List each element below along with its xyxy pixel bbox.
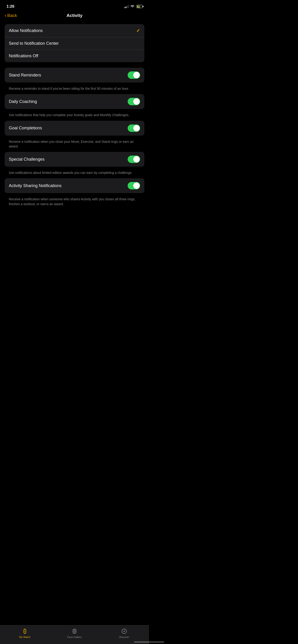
notifications-off-label: Notifications Off	[9, 54, 38, 58]
stand-reminders-toggle-thumb	[133, 72, 140, 78]
allow-notifications-label: Allow Notifications	[9, 28, 43, 33]
stand-reminders-row: Stand Reminders	[5, 68, 144, 82]
battery-icon: 62	[136, 5, 143, 8]
content-area: Allow Notifications ✓ Send to Notificati…	[0, 22, 149, 233]
stand-reminders-toggle[interactable]	[128, 72, 140, 79]
nav-bar: ‹ Back Activity	[0, 12, 149, 22]
daily-coaching-label: Daily Coaching	[9, 99, 37, 104]
daily-coaching-row: Daily Coaching	[5, 94, 144, 109]
activity-sharing-card: Activity Sharing Notifications	[5, 178, 144, 193]
goal-completions-toggle[interactable]	[128, 124, 140, 132]
special-challenges-label: Special Challenges	[9, 157, 45, 162]
special-challenges-toggle[interactable]	[128, 156, 140, 163]
special-challenges-row: Special Challenges	[5, 152, 144, 167]
back-button[interactable]: ‹ Back	[5, 13, 17, 18]
daily-coaching-card: Daily Coaching	[5, 94, 144, 109]
page-title: Activity	[67, 13, 83, 18]
status-time: 1:26	[7, 4, 15, 9]
signal-icon	[124, 5, 129, 8]
stand-reminders-label: Stand Reminders	[9, 73, 41, 78]
allow-notifications-row[interactable]: Allow Notifications ✓	[5, 24, 144, 37]
activity-sharing-row: Activity Sharing Notifications	[5, 178, 144, 193]
status-icons: 62	[124, 5, 143, 8]
goal-completions-card: Goal Completions	[5, 121, 144, 136]
back-label: Back	[7, 13, 17, 18]
allow-notifications-checkmark: ✓	[136, 28, 140, 34]
activity-sharing-label: Activity Sharing Notifications	[9, 183, 62, 188]
activity-sharing-toggle-thumb	[133, 182, 140, 189]
send-to-notification-center-label: Send to Notification Center	[9, 41, 59, 46]
daily-coaching-toggle-thumb	[133, 98, 140, 105]
status-bar: 1:26 62	[0, 0, 149, 12]
send-to-notification-center-row[interactable]: Send to Notification Center	[5, 37, 144, 50]
notification-type-card: Allow Notifications ✓ Send to Notificati…	[5, 24, 144, 62]
special-challenges-toggle-thumb	[133, 156, 140, 162]
goal-completions-description: Receive a notification when you close yo…	[5, 138, 144, 152]
notifications-off-row[interactable]: Notifications Off	[5, 50, 144, 62]
goal-completions-label: Goal Completions	[9, 126, 42, 130]
wifi-icon	[130, 5, 135, 8]
special-challenges-card: Special Challenges	[5, 152, 144, 167]
daily-coaching-toggle[interactable]	[128, 98, 140, 105]
activity-sharing-toggle[interactable]	[128, 182, 140, 190]
stand-reminders-description: Receive a reminder to stand if you've be…	[5, 84, 144, 94]
goal-completions-row: Goal Completions	[5, 121, 144, 136]
special-challenges-description: Get notifications about limited edition …	[5, 168, 144, 178]
back-chevron-icon: ‹	[5, 13, 6, 18]
stand-reminders-card: Stand Reminders	[5, 68, 144, 82]
goal-completions-toggle-thumb	[133, 125, 140, 132]
activity-sharing-description: Receive a notification when someone who …	[5, 195, 144, 210]
daily-coaching-description: Get notifications that help you complete…	[5, 111, 144, 120]
